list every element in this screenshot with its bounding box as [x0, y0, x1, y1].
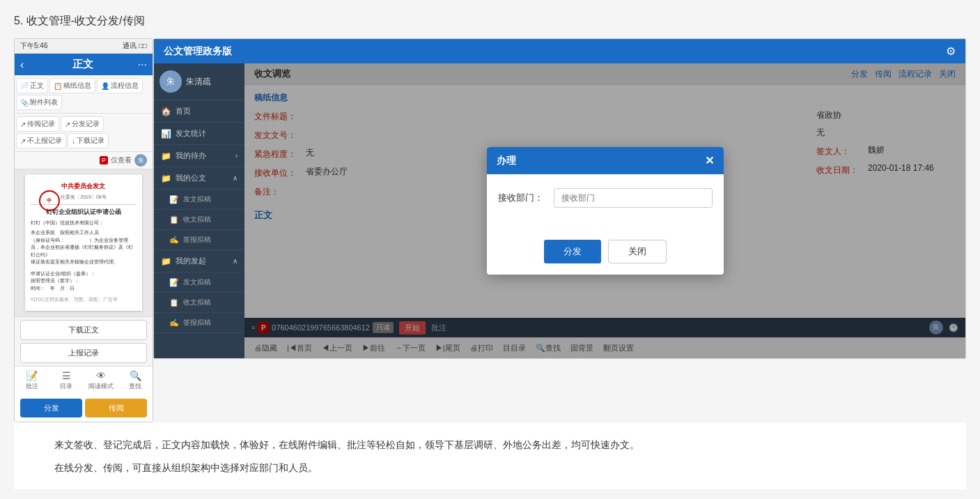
- mobile-chuanyue-btn[interactable]: 传阅: [85, 399, 147, 417]
- mobile-toolbar-chuanyue-label: 传阅记录: [27, 119, 55, 129]
- mobile-nav-mulu[interactable]: ☰ 目录: [49, 367, 84, 394]
- doc-seal: 中: [39, 190, 60, 211]
- sidebar-item-shouwen-nigao[interactable]: 📋 收文拟稿: [154, 210, 244, 230]
- description-para2: 在线分发、传阅，可直接从组织架构中选择对应部门和人员。: [35, 459, 945, 477]
- main-layout: 下午5:46 通讯 □□ ‹ 正文 ··· 📄 正文 📋 稿纸信息 👤 流程信息: [14, 38, 966, 422]
- mobile-toolbar-xiazai-label: 下载记录: [77, 136, 104, 146]
- mobile-toolbar-bushangbao-label: 不上报记录: [27, 136, 62, 146]
- sidebar-item-fawen-nigao[interactable]: 📝 发文拟稿: [154, 190, 244, 210]
- mobile-more-button[interactable]: ···: [138, 59, 147, 71]
- description-area: 来文签收、登记完成后，正文内容加载快，体验好，在线附件编辑、批注等轻松自如，领导…: [14, 422, 966, 489]
- mobile-toolbar-row1: 📄 正文 📋 稿纸信息 👤 流程信息 📎 附件列表: [15, 75, 153, 114]
- doc-body-line3: 员，本企业初步准遵循《钉钉服务协议》及《钉钉公约》: [31, 244, 137, 259]
- modal-confirm-btn[interactable]: 分发: [544, 240, 601, 263]
- doc-blank2: 按照管理员（签字）：: [31, 277, 137, 285]
- mobile-nav-bar: ‹ 正文 ···: [15, 54, 153, 75]
- sidebar-qianbao-label: 签报拟稿: [183, 235, 211, 245]
- sidebar-item-home[interactable]: 🏠 首页: [154, 100, 244, 123]
- mobile-download-btn[interactable]: 下载正文: [20, 320, 147, 340]
- sidebar-item-stats[interactable]: 📊 发文统计: [154, 123, 244, 145]
- sidebar-fawen-label: 发文拟稿: [183, 194, 211, 204]
- mobile-toolbar-xiazai[interactable]: ↓ 下载记录: [68, 133, 109, 148]
- yuedu-nav-label: 阅读模式: [88, 382, 114, 391]
- modal-cancel-btn[interactable]: 关闭: [608, 240, 667, 263]
- mobile-nav-chazhao[interactable]: 🔍 查找: [118, 367, 153, 394]
- mobile-toolbar-fujian[interactable]: 📎 附件列表: [16, 95, 62, 110]
- mobile-toolbar-zhengwen-label: 正文: [30, 81, 44, 91]
- fujian-icon: 📎: [20, 99, 29, 107]
- desktop-main-wrapper: 收文调览 分发 传阅 流程记录 关闭 稿纸信息: [244, 63, 965, 358]
- mobile-back-button[interactable]: ‹: [20, 59, 24, 71]
- mulu-nav-label: 目录: [60, 382, 72, 391]
- chevron-up2-icon: ∧: [233, 257, 238, 265]
- mobile-bottom-nav: 📝 批注 ☰ 目录 👁 阅读模式 🔍 查找: [15, 366, 153, 394]
- sidebar-shouwen-label: 收文拟稿: [183, 215, 211, 224]
- pizhu-nav-icon: 📝: [26, 370, 38, 381]
- settings-icon[interactable]: ⚙: [946, 45, 956, 58]
- mobile-nav-pizhu[interactable]: 📝 批注: [15, 367, 49, 394]
- modal-title: 办理: [497, 155, 516, 167]
- xiazai-icon: ↓: [72, 137, 75, 145]
- mobile-view-bar: P 仅查看 朱: [15, 152, 153, 169]
- mobile-toolbar-zhengwen[interactable]: 📄 正文: [16, 78, 48, 93]
- mobile-toolbar-row2: ↗ 传阅记录 ↗ 分发记录 ↗ 不上报记录 ↓ 下载记录: [15, 114, 153, 152]
- shouwen2-icon: 📋: [169, 298, 179, 307]
- pizhu-nav-label: 批注: [26, 382, 38, 391]
- mobile-status-bar: 下午5:46 通讯 □□: [15, 39, 153, 54]
- avatar-small: 朱: [134, 154, 147, 167]
- mobile-toolbar-bushangbao[interactable]: ↗ 不上报记录: [16, 133, 66, 148]
- faqi-icon: 📁: [161, 256, 171, 266]
- sidebar-item-fawen-nigao2[interactable]: 📝 发文拟稿: [154, 272, 244, 293]
- modal-department-input[interactable]: [554, 188, 713, 208]
- sidebar-item-daibanlist[interactable]: 📁 我的待办 ›: [154, 145, 244, 167]
- mobile-nav-title: 正文: [28, 58, 137, 71]
- doc-icon: 📄: [20, 82, 29, 90]
- qianbao-icon: ✍: [169, 236, 179, 245]
- avatar-text: 朱: [166, 76, 175, 88]
- mobile-toolbar-liucheng[interactable]: 👤 流程信息: [97, 78, 143, 93]
- mobile-toolbar-gaozhi[interactable]: 📋 稿纸信息: [49, 78, 95, 93]
- modal-close-button[interactable]: ✕: [705, 154, 714, 167]
- yuedu-nav-icon: 👁: [96, 370, 106, 381]
- modal-box: 办理 ✕ 接收部门： 分发 关闭: [487, 147, 724, 275]
- chevron-down-icon: ›: [235, 152, 238, 160]
- desktop-sidebar: 朱 朱清疏 🏠 首页 📊 发文统计 📁 我的待办 ›: [154, 63, 244, 358]
- sidebar-fawen2-label: 发文拟稿: [183, 277, 211, 287]
- sidebar-daiban-label: 我的待办: [176, 151, 206, 161]
- mobile-toolbar-fenfa-label: 分发记录: [72, 119, 100, 129]
- sidebar-username: 朱清疏: [186, 76, 211, 88]
- mobile-nav-yuedu[interactable]: 👁 阅读模式: [84, 367, 118, 394]
- doc-footer: XDOC文档实服务、范数、装配、广告等: [31, 296, 137, 304]
- shouwen-icon: 📋: [169, 215, 179, 224]
- doc-header: 中共委员会发文: [31, 182, 137, 191]
- daiban-icon: 📁: [161, 151, 171, 161]
- mobile-toolbar-fenfa[interactable]: ↗ 分发记录: [61, 116, 104, 132]
- stats-icon: 📊: [161, 129, 171, 139]
- mulu-nav-icon: ☰: [62, 370, 71, 381]
- bushangbao-icon: ↗: [20, 137, 26, 145]
- doc-blank1: 申请认证企业/组织（盖章）：: [31, 270, 137, 278]
- mobile-panel: 下午5:46 通讯 □□ ‹ 正文 ··· 📄 正文 📋 稿纸信息 👤 流程信息: [14, 38, 153, 422]
- modal-field-row: 接收部门：: [498, 188, 713, 208]
- sidebar-item-qianbao-nigao[interactable]: ✍ 签报拟稿: [154, 230, 244, 250]
- sidebar-faqi-label: 我的发起: [176, 256, 206, 266]
- mobile-upload-btn[interactable]: 上报记录: [20, 343, 147, 363]
- mobile-doc-paper: 中 中共委员会发文 社委发〔2019〕08号 钉钉企业组织认证申请公函 钉钉（中…: [25, 175, 142, 311]
- mobile-toolbar-gaozhi-label: 稿纸信息: [63, 81, 91, 91]
- chazhao-nav-icon: 🔍: [130, 370, 141, 381]
- sidebar-item-gongwen[interactable]: 📁 我的公文 ∧: [154, 167, 244, 190]
- sidebar-item-faqi[interactable]: 📁 我的发起 ∧: [154, 250, 244, 272]
- mobile-fenfa-btn[interactable]: 分发: [20, 399, 82, 417]
- sidebar-stats-label: 发文统计: [176, 128, 206, 139]
- sidebar-item-shouwen-nigao2[interactable]: 📋 收文拟稿: [154, 293, 244, 313]
- chazhao-nav-label: 查找: [129, 382, 141, 391]
- sidebar-shouwen2-label: 收文拟稿: [183, 298, 211, 307]
- doc-body-line1: 本企业系统 按照相关工作人员: [31, 229, 137, 237]
- mobile-toolbar-chuanyue[interactable]: ↗ 传阅记录: [16, 116, 59, 132]
- mobile-bottom-actions: 下载正文 上报记录: [15, 316, 153, 366]
- desktop-header-title: 公文管理政务版: [164, 45, 232, 58]
- doc-body-line2: （身份证号码： ）为企业业务管理: [31, 237, 137, 245]
- sidebar-item-qianbao-nigao2[interactable]: ✍ 签报拟稿: [154, 313, 244, 333]
- modal-overlay: 办理 ✕ 接收部门： 分发 关闭: [244, 63, 965, 358]
- modal-field-label: 接收部门：: [498, 192, 547, 204]
